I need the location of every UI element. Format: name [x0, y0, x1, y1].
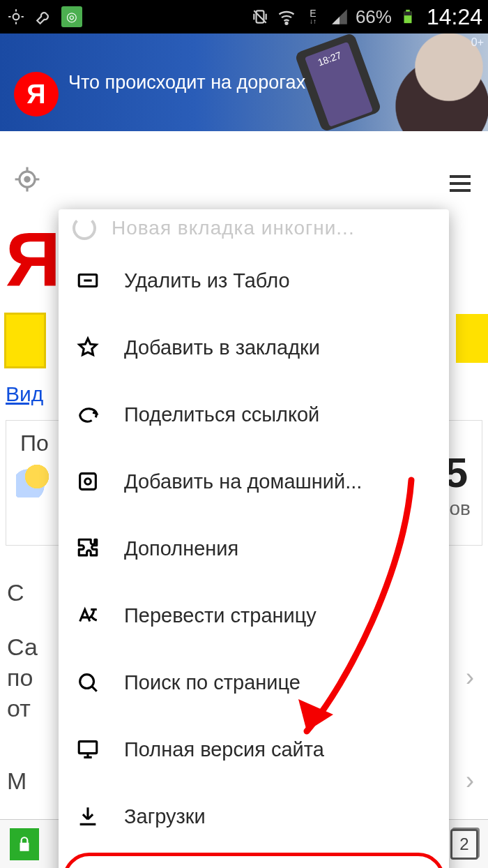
- menu-item-add-homescreen[interactable]: Добавить на домашний...: [59, 448, 449, 515]
- yandex-logo-letter: Я: [6, 215, 61, 304]
- search-button-fragment[interactable]: [456, 314, 488, 363]
- banner-phone-image: [294, 33, 382, 131]
- menu-item-settings[interactable]: Настройки: [63, 853, 445, 868]
- menu-item-find-in-page[interactable]: Поиск по странице: [59, 649, 449, 716]
- svg-rect-9: [80, 474, 96, 490]
- search-icon: [74, 668, 102, 696]
- menu-item-label: Добавить в закладки: [124, 336, 320, 359]
- menu-item-label: Добавить на домашний...: [124, 470, 362, 493]
- menu-item-share-link[interactable]: Поделиться ссылкой: [59, 381, 449, 448]
- tabs-count-button[interactable]: 2: [450, 829, 478, 860]
- menu-item-downloads[interactable]: Загрузки: [59, 783, 449, 850]
- share-icon: [74, 401, 102, 428]
- svg-point-0: [13, 14, 20, 20]
- menu-item-label: Поиск по странице: [124, 671, 300, 694]
- search-box-fragment[interactable]: [4, 313, 46, 368]
- chevron-right-icon: ›: [466, 766, 474, 795]
- weather-suffix: ов: [450, 497, 471, 520]
- gps-status-icon: [6, 6, 26, 27]
- download-icon: [74, 802, 102, 830]
- svg-rect-12: [79, 742, 97, 754]
- svg-point-2: [285, 22, 287, 24]
- menu-item-desktop-site[interactable]: Полная версия сайта: [59, 716, 449, 783]
- weather-icon: [16, 463, 51, 497]
- svg-point-7: [25, 177, 29, 181]
- row-text: М: [7, 768, 26, 795]
- tablo-remove-icon: [74, 267, 102, 294]
- homescreen-icon: [74, 467, 102, 495]
- network-type-icon: E↓↑: [303, 6, 323, 27]
- incognito-icon: [73, 216, 96, 240]
- monitor-icon: [74, 735, 102, 763]
- menu-item-label: Удалить из Табло: [124, 269, 290, 292]
- svg-point-11: [80, 675, 94, 689]
- menu-item-remove-tablo[interactable]: Удалить из Табло: [59, 247, 449, 314]
- signal-icon: [329, 6, 350, 27]
- video-link[interactable]: Вид: [6, 382, 43, 406]
- app-status-icon: ◎: [61, 6, 82, 27]
- menu-item-label: Загрузки: [124, 805, 206, 828]
- banner-text: Что происходит на дорогах: [68, 72, 305, 93]
- hamburger-menu-icon[interactable]: [446, 170, 474, 200]
- menu-item-label: Перевести страницу: [124, 604, 317, 627]
- tabs-count: 2: [459, 835, 468, 854]
- menu-item-label: Новая вкладка инкогни...: [112, 217, 355, 239]
- translate-icon: [74, 601, 102, 629]
- age-rating-badge: 0+: [471, 36, 484, 49]
- status-bar: ◎ E↓↑ 66% 14:24: [0, 0, 488, 33]
- page-content: Я Вид По 5 ов С Са по › от М › 2 Новая в…: [0, 131, 488, 868]
- battery-percent: 66%: [356, 6, 392, 28]
- clock: 14:24: [427, 4, 482, 30]
- browser-menu: Новая вкладка инкогни... Удалить из Табл…: [59, 209, 449, 868]
- star-icon: [74, 334, 102, 361]
- menu-item-translate[interactable]: Перевести страницу: [59, 582, 449, 649]
- svg-rect-4: [404, 12, 411, 16]
- battery-icon: [397, 6, 418, 27]
- svg-point-10: [85, 479, 91, 485]
- banner-person-image: [369, 33, 488, 131]
- yandex-logo-circle: Я: [14, 72, 59, 117]
- menu-top-incognito[interactable]: Новая вкладка инкогни...: [59, 209, 449, 247]
- location-icon[interactable]: [14, 166, 40, 195]
- svg-rect-5: [406, 10, 410, 12]
- menu-item-addons[interactable]: Дополнения: [59, 515, 449, 582]
- news-banner[interactable]: Я Что происходит на дорогах 0+: [0, 33, 488, 131]
- menu-item-label: Полная версия сайта: [124, 738, 324, 761]
- menu-item-add-bookmark[interactable]: Добавить в закладки: [59, 314, 449, 381]
- secure-lock-icon[interactable]: [10, 828, 39, 860]
- wifi-icon: [276, 6, 297, 27]
- vibrate-icon: [250, 6, 270, 27]
- menu-item-label: Поделиться ссылкой: [124, 403, 319, 426]
- menu-item-label: Дополнения: [124, 537, 238, 560]
- wrench-icon: [33, 6, 54, 27]
- card-label: По: [20, 431, 49, 456]
- puzzle-icon: [74, 534, 102, 562]
